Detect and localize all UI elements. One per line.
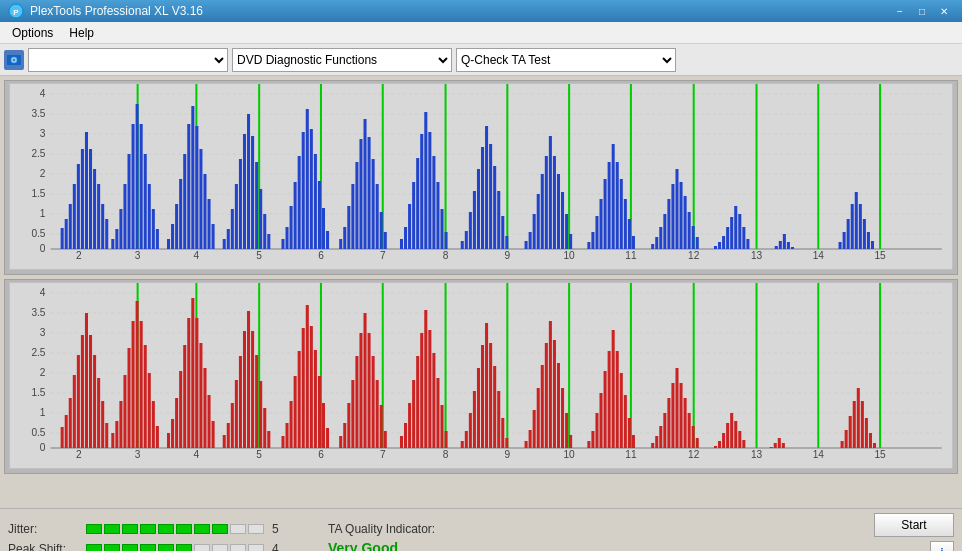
svg-rect-101 (326, 231, 329, 249)
svg-rect-261 (148, 373, 151, 448)
svg-rect-347 (541, 365, 544, 448)
svg-rect-246 (89, 335, 92, 448)
svg-rect-145 (537, 194, 540, 249)
info-button[interactable]: i (930, 541, 954, 552)
svg-rect-335 (481, 345, 484, 448)
svg-rect-136 (489, 144, 492, 249)
svg-rect-178 (692, 226, 695, 249)
svg-rect-202 (859, 204, 862, 249)
svg-rect-354 (569, 435, 572, 448)
start-button[interactable]: Start (874, 513, 954, 537)
svg-rect-174 (675, 169, 678, 249)
test-dropdown[interactable]: Q-Check TA Test (456, 48, 676, 72)
svg-rect-384 (722, 433, 725, 448)
svg-text:8: 8 (443, 449, 449, 458)
svg-rect-123 (428, 132, 431, 249)
svg-text:0: 0 (40, 243, 46, 254)
svg-rect-377 (684, 398, 687, 448)
drive-icon (4, 50, 24, 70)
svg-rect-341 (505, 438, 508, 448)
svg-text:10: 10 (563, 449, 575, 458)
svg-rect-168 (651, 244, 654, 249)
svg-rect-72 (199, 149, 202, 249)
svg-rect-39 (65, 219, 68, 249)
svg-rect-96 (306, 109, 309, 249)
svg-rect-263 (156, 426, 159, 448)
svg-rect-172 (667, 199, 670, 249)
svg-rect-273 (199, 343, 202, 448)
svg-rect-53 (119, 209, 122, 249)
svg-rect-305 (343, 423, 346, 448)
peak-seg-9 (230, 544, 246, 552)
svg-rect-367 (632, 435, 635, 448)
svg-rect-112 (376, 184, 379, 249)
svg-rect-393 (778, 438, 781, 448)
svg-rect-185 (730, 217, 733, 249)
svg-rect-176 (684, 196, 687, 249)
svg-rect-182 (718, 242, 721, 249)
svg-rect-81 (239, 159, 242, 249)
svg-rect-119 (412, 182, 415, 249)
svg-rect-97 (310, 129, 313, 249)
maximize-button[interactable]: □ (912, 3, 932, 19)
svg-rect-285 (251, 331, 254, 448)
svg-rect-144 (533, 214, 536, 249)
svg-rect-65 (171, 224, 174, 249)
svg-rect-58 (140, 124, 143, 249)
svg-text:4: 4 (194, 449, 200, 458)
peak-shift-value: 4 (272, 542, 292, 552)
jitter-row: Jitter: 5 (8, 522, 292, 536)
drive-dropdown[interactable]: HA:0 ID:0 PX-716A (28, 48, 228, 72)
svg-rect-325 (432, 353, 435, 448)
svg-rect-270 (187, 318, 190, 448)
svg-rect-79 (231, 209, 234, 249)
menu-help[interactable]: Help (61, 24, 102, 42)
peak-seg-8 (212, 544, 228, 552)
peak-shift-bar (86, 544, 264, 552)
svg-rect-44 (85, 132, 88, 249)
svg-text:12: 12 (688, 449, 700, 458)
svg-rect-364 (620, 373, 623, 448)
svg-text:6: 6 (318, 449, 324, 458)
svg-rect-318 (404, 423, 407, 448)
svg-rect-255 (123, 375, 126, 448)
svg-rect-157 (595, 216, 598, 249)
svg-text:3.5: 3.5 (31, 307, 45, 318)
svg-rect-266 (171, 419, 174, 448)
svg-text:1.5: 1.5 (31, 188, 45, 199)
peak-seg-6 (176, 544, 192, 552)
svg-rect-317 (400, 436, 403, 448)
svg-rect-130 (465, 231, 468, 249)
svg-rect-86 (259, 189, 262, 249)
svg-rect-247 (93, 355, 96, 448)
svg-rect-59 (144, 154, 147, 249)
peak-seg-3 (122, 544, 138, 552)
function-dropdown[interactable]: DVD Diagnostic Functions (232, 48, 452, 72)
svg-rect-327 (440, 405, 443, 448)
svg-rect-148 (549, 136, 552, 249)
minimize-button[interactable]: − (890, 3, 910, 19)
svg-rect-332 (469, 413, 472, 448)
svg-rect-150 (557, 174, 560, 249)
svg-rect-48 (101, 204, 104, 249)
svg-rect-84 (251, 136, 254, 249)
svg-rect-108 (359, 139, 362, 249)
svg-rect-82 (243, 134, 246, 249)
svg-rect-124 (432, 156, 435, 249)
bottom-chart-container: 4 3.5 3 2.5 2 1.5 1 0.5 0 2 3 4 5 6 7 8 … (4, 279, 958, 474)
peak-seg-5 (158, 544, 174, 552)
svg-rect-149 (553, 156, 556, 249)
svg-rect-388 (738, 431, 741, 448)
svg-rect-245 (85, 313, 88, 448)
close-button[interactable]: ✕ (934, 3, 954, 19)
svg-rect-267 (175, 398, 178, 448)
svg-rect-122 (424, 112, 427, 249)
svg-rect-91 (286, 227, 289, 249)
svg-rect-198 (843, 232, 846, 249)
svg-rect-203 (863, 219, 866, 249)
svg-rect-45 (89, 149, 92, 249)
menu-options[interactable]: Options (4, 24, 61, 42)
svg-rect-375 (675, 368, 678, 448)
svg-rect-358 (595, 413, 598, 448)
svg-rect-118 (408, 204, 411, 249)
